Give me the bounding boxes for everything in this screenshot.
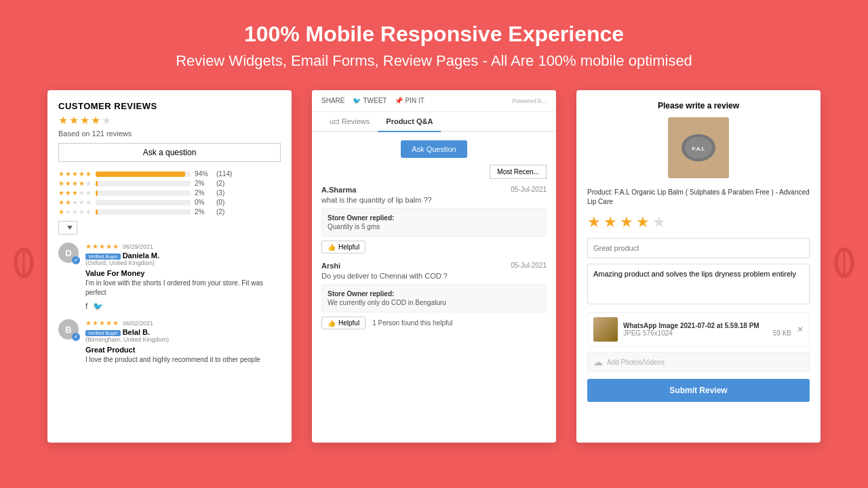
- review-item-1: D ✓ ★★★★★ 06/29/2021 Verified Buyer Dani…: [58, 243, 281, 311]
- rating-bar-1: ★★★★★ 2% (2): [58, 208, 281, 216]
- tab-product-reviews[interactable]: uct Reviews: [321, 112, 378, 132]
- rating-bar-5: ★★★★★ 94% (114): [58, 170, 281, 178]
- page-header: 100% Mobile Responsive Experience Review…: [0, 0, 868, 83]
- mini-stars-5: ★★★★★: [58, 170, 92, 178]
- customer-reviews-card: CUSTOMER REVIEWS ★ ★ ★ ★ ★ Based on 121 …: [47, 90, 292, 443]
- rating-bar-2: ★★★★★ 0% (0): [58, 199, 281, 206]
- sort-dropdown-row[interactable]: [58, 221, 281, 235]
- product-img-svg: F.A.L: [668, 117, 729, 178]
- qa-reply-box-1: Store Owner replied: Quantity is 5 gms: [321, 208, 547, 237]
- star-5: ★: [102, 114, 111, 127]
- ask-question-btn[interactable]: Ask Question: [401, 140, 467, 158]
- ask-question-button[interactable]: Ask a question: [58, 143, 281, 162]
- write-review-title: Please write a review: [587, 101, 810, 110]
- review-content-2: ★★★★★ 06/02/2021 Verified Buyer Belal B.…: [85, 319, 281, 365]
- review-title-input[interactable]: [587, 238, 810, 258]
- filter-button[interactable]: Most Recen...: [490, 165, 547, 179]
- verified-badge-b: ✓: [72, 333, 80, 341]
- based-on-text: Based on 121 reviews: [58, 129, 281, 138]
- card2-top-bar: SHARE 🐦 TWEET 📌 PIN IT Powered b...: [312, 90, 556, 112]
- tabs-row: uct Reviews Product Q&A: [312, 112, 556, 132]
- attachment-info: WhatsApp Image 2021-07-02 at 5.59.18 PM …: [623, 322, 791, 337]
- product-label: Product: F.A.L Organic Lip Balm ( Sulpha…: [587, 188, 810, 207]
- thumbs-up-icon: 👍: [328, 243, 336, 251]
- verified-badge-d: ✓: [72, 256, 80, 264]
- card2-body: Ask Question Most Recen... A.Sharma 05-J…: [312, 132, 556, 346]
- rating-stars[interactable]: ★ ★ ★ ★ ★: [587, 214, 810, 231]
- cards-area: CUSTOMER REVIEWS ★ ★ ★ ★ ★ Based on 121 …: [0, 83, 868, 449]
- twitter-bird-icon: 🐦: [353, 97, 361, 104]
- deco-left-icon: [7, 243, 41, 291]
- product-image-container: F.A.L: [587, 117, 810, 181]
- attachment-thumbnail: [593, 317, 618, 342]
- share-button[interactable]: SHARE: [321, 97, 344, 104]
- cloud-upload-icon: ☁: [593, 357, 603, 367]
- avatar-b: B ✓: [58, 319, 79, 340]
- rate-star-5[interactable]: ★: [652, 214, 666, 231]
- bar-outer-5: [96, 171, 191, 177]
- bar-inner-5: [96, 171, 185, 177]
- tab-product-qa[interactable]: Product Q&A: [378, 112, 441, 132]
- helpful-btn-2[interactable]: 👍 Helpful: [321, 317, 366, 329]
- star-3: ★: [80, 114, 90, 127]
- filter-row: Most Recen...: [321, 165, 547, 179]
- tweet-button[interactable]: 🐦 TWEET: [353, 97, 387, 104]
- powered-by-label: Powered b...: [512, 98, 547, 104]
- thumbs-up-icon-2: 👍: [328, 319, 336, 327]
- sort-select[interactable]: [58, 221, 77, 235]
- star-4: ★: [91, 114, 100, 127]
- review-item-2: B ✓ ★★★★★ 06/02/2021 Verified Buyer Bela…: [58, 319, 281, 365]
- rate-star-2[interactable]: ★: [604, 214, 617, 231]
- qa-item-2: Arshi 05-Jul-2021 Do you deliver to Chen…: [321, 262, 547, 329]
- rate-star-4[interactable]: ★: [636, 214, 650, 231]
- main-title: 100% Mobile Responsive Experience: [14, 22, 854, 47]
- rating-bar-3: ★★★★★ 2% (3): [58, 189, 281, 197]
- avatar-d: D ✓: [58, 243, 79, 263]
- submit-review-button[interactable]: Submit Review: [587, 379, 810, 402]
- helpful-btn-1[interactable]: 👍 Helpful: [321, 241, 366, 253]
- review-content-1: ★★★★★ 06/29/2021 Verified Buyer Daniela …: [85, 243, 281, 311]
- svg-text:F.A.L: F.A.L: [692, 146, 705, 152]
- average-stars: ★ ★ ★ ★ ★: [58, 114, 281, 127]
- product-qa-card: SHARE 🐦 TWEET 📌 PIN IT Powered b... uct …: [312, 90, 556, 443]
- attachment-item: WhatsApp Image 2021-07-02 at 5.59.18 PM …: [587, 312, 810, 346]
- qa-reply-box-2: Store Owner replied: We currently only d…: [321, 284, 547, 312]
- add-photos-button[interactable]: ☁ Add Photos/Videos: [587, 352, 810, 372]
- card1-title: CUSTOMER REVIEWS: [58, 101, 281, 111]
- facebook-icon: f: [85, 302, 87, 311]
- rating-bar-4: ★★★★★ 2% (2): [58, 180, 281, 187]
- star-1: ★: [58, 114, 68, 127]
- review-body-textarea[interactable]: Amazing product and solves the lips dryn…: [587, 264, 810, 304]
- rate-star-1[interactable]: ★: [587, 214, 601, 231]
- pinterest-icon: 📌: [395, 97, 403, 104]
- rate-star-3[interactable]: ★: [620, 214, 633, 231]
- deco-right-icon: [827, 243, 861, 291]
- write-review-card: Please write a review F.A.L Product: F.A…: [576, 90, 821, 443]
- qa-item-1: A.Sharma 05-Jul-2021 what is the quantit…: [321, 186, 547, 253]
- star-2: ★: [69, 114, 79, 127]
- pin-button[interactable]: 📌 PIN IT: [395, 97, 424, 104]
- product-image: F.A.L: [668, 117, 729, 178]
- subtitle: Review Widgets, Email Forms, Review Page…: [14, 52, 854, 70]
- twitter-icon: 🐦: [93, 302, 103, 311]
- attachment-close-icon[interactable]: ✕: [797, 325, 804, 334]
